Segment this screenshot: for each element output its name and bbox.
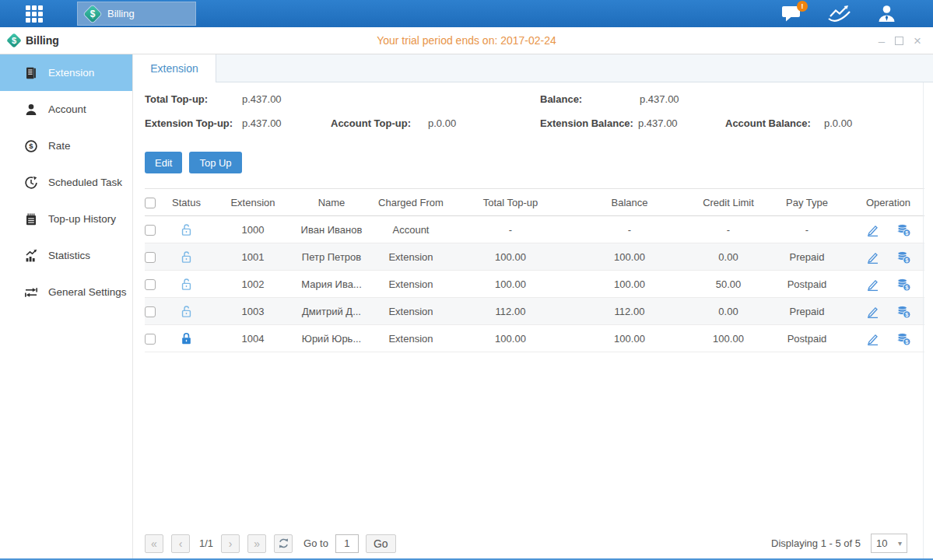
top-up-row-icon[interactable]: $ [896, 222, 911, 237]
cell-charged-from: Extension [365, 243, 457, 271]
minimize-icon[interactable]: – [879, 35, 885, 47]
rate-icon: $ [24, 139, 38, 153]
edit-button[interactable]: Edit [145, 152, 182, 173]
close-icon[interactable]: × [914, 34, 921, 47]
sidebar-item-general-settings[interactable]: General Settings [0, 274, 132, 310]
cell-balance: 100.00 [564, 243, 695, 271]
statistics-icon [24, 249, 38, 263]
sidebar-item-extension[interactable]: Extension [0, 54, 132, 91]
chevron-down-icon: ▾ [898, 539, 902, 548]
table-row[interactable]: 1003 Дмитрий Д... Extension 112.00 112.0… [145, 298, 924, 325]
edit-row-icon[interactable] [865, 222, 880, 237]
edit-row-icon[interactable] [865, 277, 880, 292]
sidebar-item-label: Account [48, 103, 86, 115]
cell-total-topup: - [457, 216, 564, 243]
maximize-icon[interactable] [895, 37, 903, 45]
edit-row-icon[interactable] [865, 250, 880, 264]
app-launcher-icon[interactable] [26, 5, 43, 23]
edit-row-icon[interactable] [865, 331, 880, 346]
cell-name: Юрий Юрь... [298, 325, 365, 352]
taskbar: $ Billing ! [0, 0, 933, 27]
top-up-row-icon[interactable]: $ [896, 331, 911, 346]
extension-icon [24, 66, 38, 80]
cell-name: Иван Иванов [298, 216, 365, 243]
sidebar-item-label: Scheduled Task [48, 177, 122, 188]
cell-pay-type: Prepaid [762, 298, 852, 325]
prev-page-button[interactable]: ‹ [171, 534, 190, 553]
col-charged-from: Charged From [365, 189, 457, 216]
cell-pay-type: - [762, 216, 852, 243]
top-up-row-icon[interactable]: $ [896, 250, 911, 264]
top-up-row-icon[interactable]: $ [896, 304, 911, 319]
page-size-value: 10 [876, 537, 887, 549]
goto-page-input[interactable] [335, 534, 359, 553]
col-operation: Operation [852, 189, 924, 216]
table-row[interactable]: 1000 Иван Иванов Account - - - - [145, 216, 924, 243]
notifications-icon[interactable]: ! [781, 5, 802, 23]
account-topup-label: Account Top-up: [331, 117, 411, 129]
page-size-select[interactable]: 10 ▾ [871, 534, 907, 553]
cell-total-topup: 100.00 [457, 271, 564, 298]
refresh-button[interactable] [274, 534, 293, 553]
cell-charged-from: Account [365, 216, 457, 243]
cell-extension: 1004 [208, 325, 298, 352]
col-status: Status [165, 189, 208, 216]
sidebar-item-topup-history[interactable]: Top-up History [0, 201, 132, 237]
reports-chart-icon[interactable] [827, 4, 851, 23]
cell-balance: 112.00 [564, 298, 695, 325]
cell-name: Петр Петров [298, 243, 365, 271]
sidebar-item-label: Extension [48, 67, 94, 79]
extension-topup-label: Extension Top-up: [145, 117, 233, 129]
sidebar-item-label: Top-up History [48, 213, 116, 225]
cell-credit-limit: 100.00 [695, 325, 762, 352]
last-page-button[interactable]: » [247, 534, 266, 553]
table-row[interactable]: 1004 Юрий Юрь... Extension 100.00 100.00… [145, 325, 924, 352]
cell-name: Дмитрий Д... [298, 298, 365, 325]
cell-credit-limit: 50.00 [695, 271, 762, 298]
sidebar-item-rate[interactable]: $ Rate [0, 128, 132, 164]
first-page-button[interactable]: « [145, 534, 163, 553]
go-button[interactable]: Go [366, 534, 396, 553]
extension-balance-value: p.437.00 [638, 117, 678, 129]
status-lock-icon [179, 222, 194, 234]
top-up-button[interactable]: Top Up [189, 152, 241, 173]
status-lock-icon [179, 250, 194, 261]
total-topup-value: p.437.00 [242, 93, 282, 105]
sidebar-item-label: General Settings [48, 286, 127, 298]
row-checkbox[interactable] [145, 252, 156, 263]
cell-extension: 1003 [208, 298, 298, 325]
select-all-checkbox[interactable] [145, 198, 156, 208]
scheduled-task-icon [24, 176, 38, 190]
row-checkbox[interactable] [145, 306, 156, 317]
row-checkbox[interactable] [145, 279, 156, 290]
sidebar-item-account[interactable]: Account [0, 91, 132, 128]
tab-extension[interactable]: Extension [133, 54, 216, 82]
sidebar-item-scheduled-task[interactable]: Scheduled Task [0, 164, 132, 201]
col-credit-limit: Credit Limit [695, 189, 762, 216]
taskbar-right-icons: ! [781, 3, 897, 24]
cell-pay-type: Postpaid [762, 271, 852, 298]
cell-extension: 1002 [208, 271, 298, 298]
cell-name: Мария Ива... [298, 271, 365, 298]
row-checkbox[interactable] [145, 334, 156, 345]
row-checkbox[interactable] [145, 225, 156, 236]
col-balance: Balance [564, 189, 695, 216]
cell-credit-limit: 0.00 [695, 298, 762, 325]
sidebar-item-statistics[interactable]: Statistics [0, 237, 132, 274]
tab-strip: Extension [133, 54, 933, 82]
edit-row-icon[interactable] [865, 304, 880, 319]
cell-pay-type: Postpaid [762, 325, 852, 352]
next-page-button[interactable]: › [221, 534, 240, 553]
top-up-row-icon[interactable]: $ [896, 277, 911, 292]
taskbar-billing-tab[interactable]: $ Billing [77, 2, 196, 26]
window-title: $ Billing [7, 33, 59, 47]
extension-table-body: 1000 Иван Иванов Account - - - - [145, 216, 924, 352]
col-name: Name [298, 189, 365, 216]
page-indicator: 1/1 [199, 537, 213, 549]
table-row[interactable]: 1002 Мария Ива... Extension 100.00 100.0… [145, 271, 924, 298]
table-row[interactable]: 1001 Петр Петров Extension 100.00 100.00… [145, 243, 924, 271]
billing-diamond-icon: $ [7, 33, 21, 47]
account-balance-value: p.0.00 [824, 117, 852, 129]
user-account-icon[interactable] [876, 3, 897, 24]
cell-total-topup: 100.00 [457, 325, 564, 352]
